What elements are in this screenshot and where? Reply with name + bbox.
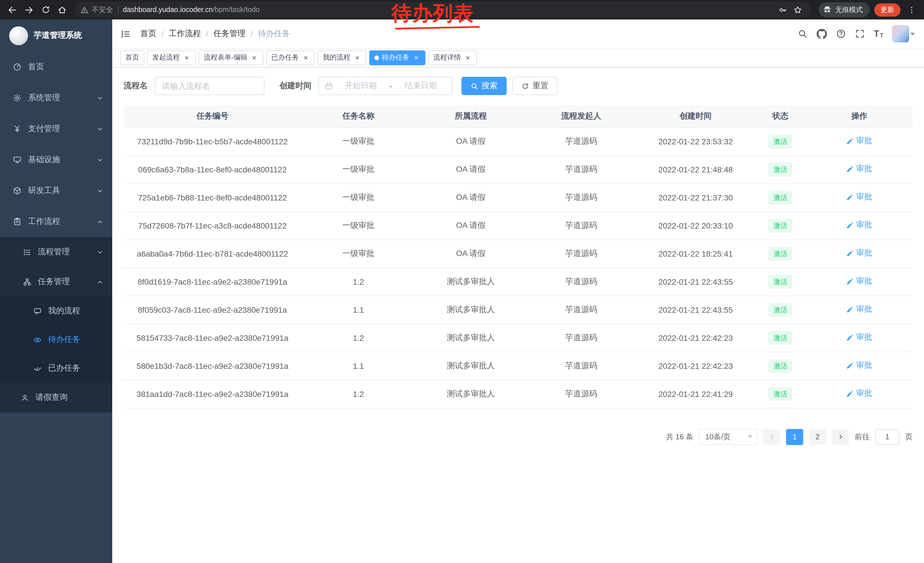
cell-created: 2022-01-22 23:53:32	[636, 127, 754, 155]
tab-process-form-edit[interactable]: 流程表单-编辑	[199, 50, 263, 65]
pagination-total: 共 16 条	[666, 432, 693, 442]
cell-task-name: 1.2	[301, 380, 416, 408]
browser-update-button[interactable]: 更新	[874, 3, 900, 17]
cell-task-id: 725a1eb6-7b88-11ec-8ef0-acde48001122	[124, 183, 301, 211]
page-size-select[interactable]: 10条/页	[699, 429, 758, 445]
tab-label: 首页	[125, 53, 139, 62]
process-name-input[interactable]	[154, 77, 264, 95]
browser-forward-button[interactable]	[21, 2, 37, 18]
prev-page-button[interactable]	[763, 429, 780, 445]
tab-my-processes[interactable]: 我的流程	[318, 50, 366, 65]
sidebar-item-infrastructure[interactable]: 基础设施	[0, 144, 112, 175]
table-row: 8f0d1619-7ac8-11ec-a9e2-a2380e71991a 1.2…	[124, 267, 912, 296]
sidebar-item-leave-query[interactable]: 请假查询	[0, 383, 112, 412]
browser-reload-button[interactable]	[38, 2, 53, 18]
tab-done-tasks[interactable]: 已办任务	[266, 50, 315, 65]
approve-link[interactable]: 审批	[846, 276, 872, 287]
github-link-button[interactable]	[816, 29, 827, 39]
sidebar-collapse-button[interactable]	[120, 29, 131, 39]
tab-todo-tasks[interactable]: 待办任务	[369, 50, 425, 65]
sidebar-item-system-management[interactable]: 系统管理	[0, 83, 112, 113]
cell-created: 2022-01-21 22:43:55	[636, 296, 754, 324]
approve-link[interactable]: 审批	[846, 192, 872, 203]
fullscreen-button[interactable]	[855, 29, 865, 39]
sidebar: 芋道管理系统 首页 系统管理 支付管理 基础设施	[0, 20, 112, 563]
back-icon	[8, 5, 17, 15]
page-button-1[interactable]: 1	[786, 429, 803, 445]
incognito-badge[interactable]: 无痕模式	[819, 2, 870, 17]
approve-link[interactable]: 审批	[846, 360, 872, 371]
sidebar-item-payment-management[interactable]: 支付管理	[0, 113, 112, 144]
goto-page-input[interactable]	[875, 429, 899, 445]
edit-icon	[846, 390, 854, 398]
sidebar-item-home[interactable]: 首页	[0, 51, 112, 83]
approve-link[interactable]: 审批	[846, 248, 872, 258]
double-check-icon	[33, 364, 42, 372]
cell-task-name: 一级审批	[301, 183, 416, 211]
sidebar-item-my-processes[interactable]: 我的流程	[0, 297, 112, 325]
help-button[interactable]	[836, 29, 846, 39]
cell-initiator: 芋道源码	[526, 352, 637, 380]
cell-initiator: 芋道源码	[526, 211, 637, 239]
close-icon[interactable]	[353, 54, 361, 62]
edit-icon	[846, 306, 854, 313]
approve-link[interactable]: 审批	[846, 136, 872, 146]
font-size-button[interactable]	[874, 29, 884, 38]
close-icon[interactable]	[250, 54, 258, 62]
close-icon[interactable]	[183, 54, 190, 62]
start-date-placeholder: 开始日期	[336, 81, 386, 91]
user-menu[interactable]	[892, 25, 915, 42]
approve-link[interactable]: 审批	[846, 332, 872, 343]
breadcrumb-item-task-management[interactable]: 任务管理	[213, 29, 246, 39]
password-key-button[interactable]	[775, 2, 790, 17]
sidebar-item-label: 首页	[28, 62, 44, 72]
approve-link[interactable]: 审批	[846, 305, 872, 315]
pagination: 共 16 条 10条/页 1 2 前往 页	[124, 429, 912, 468]
security-label: 不安全	[92, 5, 113, 15]
create-time-range-picker[interactable]: 开始日期 - 结束日期	[318, 77, 452, 95]
chevron-up-icon	[97, 219, 103, 225]
tab-label: 我的流程	[323, 53, 350, 62]
browser-back-button[interactable]	[4, 2, 20, 18]
breadcrumb: 首页 / 工作流程 / 任务管理 / 待办任务	[140, 29, 290, 39]
tab-process-detail[interactable]: 流程详情	[428, 50, 477, 65]
process-name-label: 流程名	[124, 81, 148, 91]
sidebar-item-process-management[interactable]: 流程管理	[0, 237, 112, 267]
sidebar-item-todo-tasks[interactable]: 待办任务	[0, 325, 112, 354]
approve-link[interactable]: 审批	[846, 164, 872, 174]
browser-menu-button[interactable]	[904, 2, 920, 18]
tab-start-process[interactable]: 发起流程	[147, 50, 196, 65]
fold-icon	[120, 29, 131, 39]
breadcrumb-item-workflow[interactable]: 工作流程	[169, 29, 201, 39]
sidebar-item-workflow[interactable]: 工作流程	[0, 206, 112, 237]
close-icon[interactable]	[464, 54, 472, 62]
cell-process: 测试多审批人	[416, 324, 526, 352]
sidebar-item-dev-tools[interactable]: 研发工具	[0, 175, 112, 206]
approve-link[interactable]: 审批	[846, 389, 872, 399]
sidebar-item-done-tasks[interactable]: 已办任务	[0, 354, 112, 383]
sidebar-item-label: 请假查询	[36, 392, 68, 402]
user-avatar	[892, 25, 909, 42]
tab-label: 待办任务	[382, 53, 410, 62]
close-icon[interactable]	[412, 54, 420, 62]
reset-button[interactable]: 重置	[512, 77, 558, 95]
tab-home[interactable]: 首页	[120, 50, 144, 65]
status-badge: 激活	[768, 162, 792, 176]
sidebar-item-label: 流程管理	[38, 247, 70, 257]
next-page-button[interactable]	[832, 429, 849, 445]
approve-link[interactable]: 审批	[846, 220, 872, 231]
browser-home-button[interactable]	[54, 2, 70, 18]
close-icon[interactable]	[302, 54, 310, 62]
breadcrumb-item-home[interactable]: 首页	[140, 29, 156, 39]
page-button-2[interactable]: 2	[809, 429, 826, 445]
cell-process: OA 请假	[416, 211, 526, 239]
cell-task-name: 1.2	[301, 324, 416, 352]
approve-link-label: 审批	[856, 305, 872, 315]
header-search-button[interactable]	[798, 29, 808, 39]
sidebar-item-task-management[interactable]: 任务管理	[0, 267, 112, 297]
cell-created: 2022-01-22 20:33:10	[636, 211, 754, 239]
cell-initiator: 芋道源码	[526, 127, 637, 155]
bookmark-star-button[interactable]	[790, 2, 805, 17]
breadcrumb-separator: /	[206, 29, 208, 38]
search-button[interactable]: 搜索	[461, 77, 507, 95]
